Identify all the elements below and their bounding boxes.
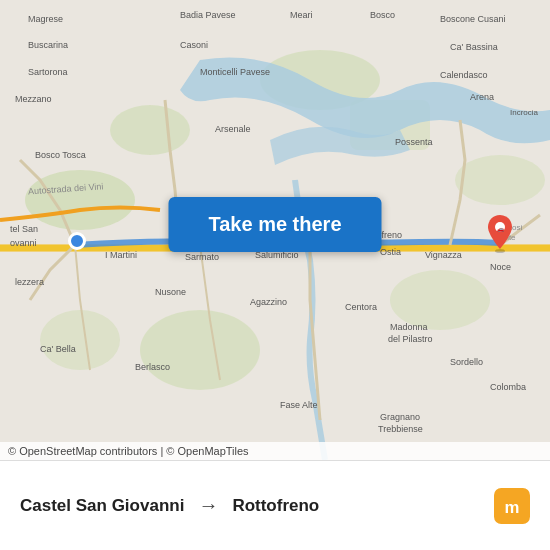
svg-point-53 <box>495 249 505 253</box>
svg-text:Magrese: Magrese <box>28 14 63 24</box>
svg-text:Gragnano: Gragnano <box>380 412 420 422</box>
svg-text:Monticelli Pavese: Monticelli Pavese <box>200 67 270 77</box>
svg-text:Colomba: Colomba <box>490 382 526 392</box>
svg-text:Vignazza: Vignazza <box>425 250 462 260</box>
svg-text:Sartorona: Sartorona <box>28 67 68 77</box>
copyright-text: © OpenStreetMap contributors | © OpenMap… <box>8 445 249 457</box>
svg-point-8 <box>40 310 120 370</box>
svg-text:Badia Pavese: Badia Pavese <box>180 10 236 20</box>
route-from: Castel San Giovanni <box>20 496 184 516</box>
svg-text:Ostia: Ostia <box>380 247 401 257</box>
button-overlay: Take me there <box>168 197 381 252</box>
svg-text:Noce: Noce <box>490 262 511 272</box>
svg-text:Boscone Cusani: Boscone Cusani <box>440 14 506 24</box>
svg-text:Madonna: Madonna <box>390 322 428 332</box>
svg-text:Bosco: Bosco <box>370 10 395 20</box>
svg-point-6 <box>140 310 260 390</box>
route-to: Rottofreno <box>232 496 319 516</box>
svg-text:Berlasco: Berlasco <box>135 362 170 372</box>
svg-text:Agazzino: Agazzino <box>250 297 287 307</box>
svg-point-7 <box>390 270 490 330</box>
svg-text:lezzera: lezzera <box>15 277 44 287</box>
svg-text:Sordello: Sordello <box>450 357 483 367</box>
svg-text:Possenta: Possenta <box>395 137 433 147</box>
svg-text:I Martini: I Martini <box>105 250 137 260</box>
svg-point-9 <box>455 155 545 205</box>
map-container: Magrese Badia Pavese Meari Bosco Boscone… <box>0 0 550 460</box>
svg-text:Ca' Bella: Ca' Bella <box>40 344 76 354</box>
svg-text:Nusone: Nusone <box>155 287 186 297</box>
svg-text:Fase Alte: Fase Alte <box>280 400 318 410</box>
svg-text:Calendasco: Calendasco <box>440 70 488 80</box>
svg-text:del Pilastro: del Pilastro <box>388 334 433 344</box>
svg-text:tel San: tel San <box>10 224 38 234</box>
svg-text:Ca' Bassina: Ca' Bassina <box>450 42 498 52</box>
route-arrow: → <box>198 494 218 517</box>
svg-text:Bosco Tosca: Bosco Tosca <box>35 150 86 160</box>
svg-text:ovanni: ovanni <box>10 238 37 248</box>
svg-text:Arena: Arena <box>470 92 494 102</box>
svg-text:🚗: 🚗 <box>497 225 505 233</box>
svg-point-3 <box>110 105 190 155</box>
moovit-icon: m <box>494 488 530 524</box>
svg-text:Casoni: Casoni <box>180 40 208 50</box>
svg-text:Centora: Centora <box>345 302 377 312</box>
take-me-there-button[interactable]: Take me there <box>168 197 381 252</box>
svg-text:Trebbiense: Trebbiense <box>378 424 423 434</box>
svg-text:Sarmato: Sarmato <box>185 252 219 262</box>
svg-text:Arsenale: Arsenale <box>215 124 251 134</box>
svg-text:Buscarina: Buscarina <box>28 40 68 50</box>
destination-marker: 🚗 <box>486 213 514 253</box>
svg-text:Meari: Meari <box>290 10 313 20</box>
svg-text:Mezzano: Mezzano <box>15 94 52 104</box>
bottom-bar: Castel San Giovanni → Rottofreno m <box>0 460 550 550</box>
moovit-logo: m <box>494 488 530 524</box>
svg-point-2 <box>25 170 135 230</box>
origin-marker <box>68 232 86 250</box>
svg-text:Incrocia: Incrocia <box>510 108 539 117</box>
copyright-bar: © OpenStreetMap contributors | © OpenMap… <box>0 442 550 460</box>
svg-text:m: m <box>505 498 520 517</box>
